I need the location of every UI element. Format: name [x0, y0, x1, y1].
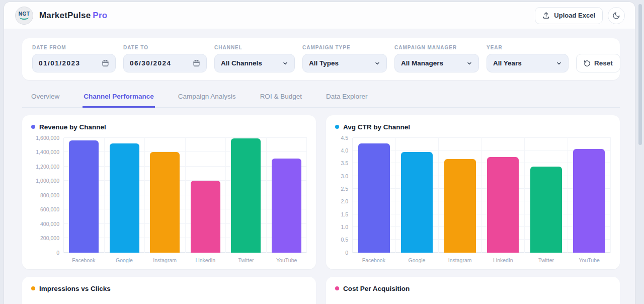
tab-roi-budget[interactable]: ROI & Budget	[259, 87, 303, 108]
app-title-accent: Pro	[93, 11, 107, 20]
year-label: YEAR	[487, 45, 569, 50]
campaign-manager-select[interactable]: All Managers	[394, 54, 479, 72]
plot-area	[352, 138, 611, 253]
logo-swoosh	[20, 17, 29, 20]
tab-channel-performance[interactable]: Channel Performance	[83, 87, 155, 108]
moon-icon	[612, 12, 620, 20]
app-title-main: MarketPulse	[39, 11, 91, 20]
y-axis: 0200,000400,000600,000800,0001,000,0001,…	[31, 138, 63, 253]
y-tick-label: 4.5	[341, 135, 348, 141]
bar-cell	[186, 138, 226, 253]
x-tick-label: Google	[104, 257, 145, 263]
chevron-down-icon	[374, 60, 380, 66]
bar-cell	[396, 138, 439, 253]
logo-text: NGT	[19, 12, 30, 17]
bar-instagram[interactable]	[150, 152, 180, 253]
x-tick-label: Facebook	[63, 257, 104, 263]
year-select[interactable]: All Years	[487, 54, 569, 72]
bar-cell	[145, 138, 186, 253]
x-axis: FacebookGoogleInstagramLinkedInTwitterYo…	[63, 257, 307, 263]
chart-title-row: Avg CTR by Channel	[335, 123, 611, 131]
bar-chart	[31, 292, 307, 304]
y-tick-label: 1,400,000	[36, 149, 59, 155]
campaign-type-select[interactable]: All Types	[302, 54, 387, 72]
legend-dot	[335, 125, 339, 129]
campaign-type-value: All Types	[309, 59, 339, 67]
x-tick-label: Instagram	[144, 257, 185, 263]
bar-facebook[interactable]	[358, 143, 390, 252]
reset-filters-button[interactable]: Reset	[576, 54, 620, 72]
chevron-down-icon	[556, 60, 562, 66]
campaign-manager-value: All Managers	[401, 59, 443, 67]
theme-toggle-button[interactable]	[608, 7, 625, 24]
x-tick-label: LinkedIn	[481, 257, 525, 263]
plot-area	[63, 138, 307, 253]
x-tick-label: Facebook	[352, 257, 395, 263]
y-tick-label: 800,000	[40, 192, 59, 198]
card-revenue-by-channel: Revenue by Channel 0200,000400,000600,00…	[22, 115, 316, 269]
y-tick-label: 200,000	[40, 235, 59, 241]
bar-google[interactable]	[401, 152, 433, 252]
bar-cell	[226, 138, 267, 253]
campaign-type-label: CAMPAIGN TYPE	[302, 45, 387, 50]
date-from-value: 01/01/2023	[39, 59, 80, 67]
chart-title-row: Cost Per Acquisition	[335, 285, 611, 292]
page-scrollbar[interactable]	[638, 4, 642, 145]
bar-twitter[interactable]	[231, 138, 261, 253]
y-tick-label: 3.0	[341, 173, 348, 179]
calendar-icon	[102, 59, 109, 67]
x-tick-label: YouTube	[266, 257, 307, 263]
year-value: All Years	[493, 59, 522, 67]
chevron-down-icon	[466, 60, 472, 66]
campaign-manager-label: CAMPAIGN MANAGER	[394, 45, 479, 50]
bar-twitter[interactable]	[530, 167, 562, 253]
filter-year: YEAR All Years	[487, 45, 569, 72]
filter-campaign-manager: CAMPAIGN MANAGER All Managers	[394, 45, 479, 72]
x-axis: FacebookGoogleInstagramLinkedInTwitterYo…	[352, 257, 611, 263]
tab-overview[interactable]: Overview	[30, 87, 60, 108]
y-tick-label: 1,000,000	[36, 178, 59, 184]
y-tick-label: 4.0	[341, 147, 348, 154]
y-tick-label: 1.5	[341, 211, 348, 217]
x-tick-label: Twitter	[226, 257, 267, 263]
tab-bar: OverviewChannel PerformanceCampaign Anal…	[22, 87, 620, 108]
brand-logo: NGT	[15, 7, 33, 25]
y-axis: 00.51.01.52.02.53.03.54.04.5	[335, 138, 352, 253]
filter-campaign-type: CAMPAIGN TYPE All Types	[302, 45, 387, 72]
tab-campaign-analysis[interactable]: Campaign Analysis	[177, 87, 237, 108]
card-avg-ctr-by-channel: Avg CTR by Channel 00.51.01.52.02.53.03.…	[326, 115, 620, 269]
x-tick-label: LinkedIn	[185, 257, 226, 263]
filter-date-from: DATE FROM 01/01/2023	[32, 45, 116, 72]
bar-youtube[interactable]	[272, 159, 301, 253]
upload-excel-button[interactable]: Upload Excel	[535, 7, 603, 24]
x-tick-label: Instagram	[438, 257, 481, 263]
bar-chart	[335, 292, 611, 304]
bar-youtube[interactable]	[573, 149, 605, 252]
bar-linkedin[interactable]	[191, 181, 220, 253]
filter-date-to: DATE TO 06/30/2024	[123, 45, 207, 72]
chart-title: Avg CTR by Channel	[343, 123, 410, 131]
upload-icon	[542, 12, 550, 19]
bar-facebook[interactable]	[69, 140, 99, 252]
y-tick-label: 1.0	[341, 224, 348, 230]
y-tick-label: 2.5	[341, 186, 348, 192]
bar-instagram[interactable]	[444, 159, 476, 252]
legend-dot	[335, 286, 339, 290]
date-to-input[interactable]: 06/30/2024	[123, 54, 207, 72]
chevron-down-icon	[282, 60, 288, 66]
bar-linkedin[interactable]	[487, 157, 519, 252]
bar-chart: 00.51.01.52.02.53.03.54.04.5FacebookGoog…	[335, 138, 611, 263]
reset-icon	[584, 60, 591, 67]
y-tick-label: 0.5	[341, 237, 348, 243]
bar-cell	[64, 138, 105, 253]
tab-data-explorer[interactable]: Data Explorer	[325, 87, 369, 108]
reset-label: Reset	[594, 59, 613, 67]
bar-cell	[439, 138, 482, 253]
bar-google[interactable]	[110, 143, 139, 253]
legend-dot	[31, 286, 35, 290]
date-from-input[interactable]: 01/01/2023	[32, 54, 116, 72]
y-tick-label: 400,000	[40, 221, 59, 227]
channel-select[interactable]: All Channels	[214, 54, 295, 72]
date-from-label: DATE FROM	[32, 45, 116, 50]
x-tick-label: Google	[395, 257, 439, 263]
